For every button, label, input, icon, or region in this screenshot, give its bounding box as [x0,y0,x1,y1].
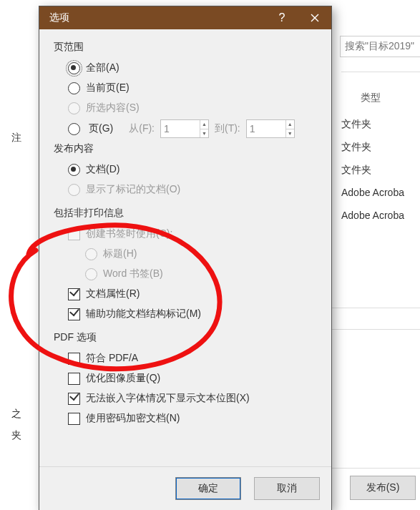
close-button[interactable] [298,6,331,29]
chevron-down-icon: ▼ [200,129,208,138]
from-label: 从(F): [129,122,155,135]
divider [327,329,420,330]
radio-icon [68,62,80,74]
divider [327,308,420,308]
radio-document-label: 文档(D) [86,163,119,176]
chk-create-bookmarks-label: 创建书签时使用(C): [86,227,172,240]
radio-all[interactable]: 全部(A) [68,59,317,77]
section-pdf-options: PDF 选项 [54,331,317,344]
radio-icon [68,102,80,114]
radio-icon [68,82,80,94]
radio-pages-label: 页(G) [89,122,113,135]
to-input[interactable] [247,120,285,137]
spin-arrows[interactable]: ▲▼ [285,120,294,137]
ok-button-label: 确定 [198,482,218,495]
text-fragment: 注 [0,132,21,144]
checkbox-icon [68,353,80,365]
list-item: 文件夹 [341,164,420,177]
section-page-range: 页范围 [54,41,317,54]
chevron-down-icon: ▼ [286,129,294,138]
list-item: 文件夹 [341,118,420,131]
chevron-up-icon: ▲ [200,120,208,129]
column-header-type: 类型 [361,92,381,104]
radio-selection-label: 所选内容(S) [86,102,140,114]
chk-encrypt-label: 使用密码加密文档(N) [86,412,180,425]
dialog-footer: 确定 取消 [39,466,331,510]
text-fragment: 夹 [0,429,21,442]
checkbox-icon [68,373,80,385]
titlebar: 选项 ? [39,6,331,29]
chevron-up-icon: ▲ [286,120,294,129]
chk-image-quality[interactable]: 优化图像质量(Q) [68,370,317,387]
cancel-button[interactable]: 取消 [254,477,320,500]
help-icon: ? [279,11,285,24]
checkbox-icon [68,413,80,425]
options-dialog: 选项 ? 页范围 全部(A) 当前页(E) 所选内容(S) 页(G) 从(F): [39,6,332,510]
publish-button-label: 发布(S) [366,481,400,494]
dialog-title: 选项 [49,11,69,24]
search-input[interactable]: 搜索"目标2019" [340,36,420,57]
radio-headings: 标题(H) [85,245,317,263]
radio-all-label: 全部(A) [86,62,119,74]
radio-markup: 显示了标记的文档(O) [68,181,317,198]
list-item: 文件夹 [341,141,420,154]
text-fragment: 之 [0,408,21,421]
cancel-button-label: 取消 [277,482,297,495]
radio-current-label: 当前页(E) [86,82,130,94]
chk-pdfa-label: 符合 PDF/A [86,352,138,365]
chk-doc-props-label: 文档属性(R) [86,288,140,300]
radio-selection: 所选内容(S) [68,99,317,117]
list-item: Adobe Acroba [341,187,420,198]
radio-word-bookmarks-label: Word 书签(B) [103,268,163,280]
radio-headings-label: 标题(H) [103,247,137,260]
checkbox-icon [68,228,80,240]
radio-document[interactable]: 文档(D) [68,161,317,178]
divider [331,468,420,469]
radio-word-bookmarks: Word 书签(B) [85,265,317,283]
publish-button[interactable]: 发布(S) [350,476,416,500]
chk-accessibility[interactable]: 辅助功能文档结构标记(M) [68,305,317,323]
to-label: 到(T): [215,122,240,135]
search-placeholder: 搜索"目标2019" [345,40,414,53]
radio-icon [68,123,80,135]
ok-button[interactable]: 确定 [175,477,241,500]
radio-current-page[interactable]: 当前页(E) [68,79,317,97]
radio-markup-label: 显示了标记的文档(O) [86,183,180,196]
checkbox-icon [68,308,80,320]
radio-icon [85,268,97,280]
from-input[interactable] [161,120,200,137]
close-icon [311,14,319,22]
from-spin[interactable]: ▲▼ [160,119,209,138]
help-button[interactable]: ? [265,6,298,29]
chk-accessibility-label: 辅助功能文档结构标记(M) [86,308,201,320]
chk-doc-props[interactable]: 文档属性(R) [68,285,317,303]
divider [341,72,420,72]
radio-icon [68,184,80,196]
chk-encrypt[interactable]: 使用密码加密文档(N) [68,410,317,427]
section-nonprint: 包括非打印信息 [54,207,317,220]
list-item: Adobe Acroba [341,210,420,221]
spin-arrows[interactable]: ▲▼ [200,120,208,137]
chk-create-bookmarks: 创建书签时使用(C): [68,225,317,242]
checkbox-icon [68,393,80,405]
section-publish-what: 发布内容 [54,142,317,155]
radio-icon [68,164,80,176]
chk-pdfa[interactable]: 符合 PDF/A [68,350,317,367]
chk-bitmap-label: 无法嵌入字体情况下显示文本位图(X) [86,392,250,405]
chk-image-quality-label: 优化图像质量(Q) [86,372,160,385]
radio-pages-row[interactable]: 页(G) 从(F): ▲▼ 到(T): ▲▼ [68,119,317,138]
dialog-body: 页范围 全部(A) 当前页(E) 所选内容(S) 页(G) 从(F): ▲▼ 到… [39,29,331,466]
checkbox-icon [68,288,80,300]
radio-icon [85,248,97,260]
to-spin[interactable]: ▲▼ [246,119,295,138]
chk-bitmap[interactable]: 无法嵌入字体情况下显示文本位图(X) [68,390,317,407]
